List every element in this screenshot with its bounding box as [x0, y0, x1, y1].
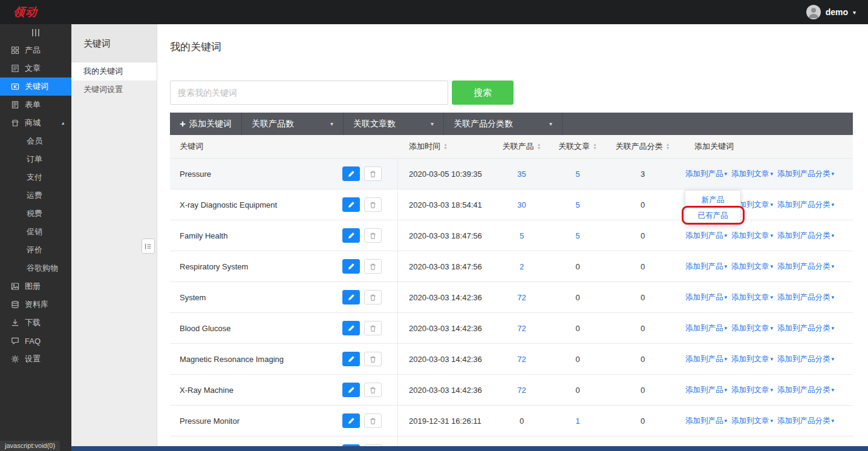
product-count-link[interactable]: 0: [490, 416, 553, 426]
add-to-article-dropdown[interactable]: 添加到文章▾: [731, 262, 773, 272]
panel-collapse-toggle[interactable]: [142, 239, 155, 254]
product-count-link[interactable]: 30: [490, 200, 553, 209]
dropdown-item-existing-product[interactable]: 已有产品: [685, 208, 740, 223]
sidebar-item-mall[interactable]: 商城 ▴: [0, 114, 71, 132]
article-count-link[interactable]: 0: [553, 293, 602, 302]
sidebar-item-reviews[interactable]: 评价: [0, 241, 71, 259]
article-count-link[interactable]: 5: [553, 170, 602, 179]
edit-button[interactable]: [342, 166, 360, 181]
search-button[interactable]: 搜索: [452, 81, 514, 105]
delete-button[interactable]: [364, 352, 382, 366]
add-to-product-dropdown[interactable]: 添加到产品▾: [685, 354, 727, 364]
delete-button[interactable]: [364, 166, 382, 181]
sidebar-item-articles[interactable]: 文章: [0, 59, 71, 77]
delete-button[interactable]: [364, 228, 382, 243]
subsidebar-item-my-keywords[interactable]: 我的关键词: [71, 62, 157, 81]
add-to-category-dropdown[interactable]: 添加到产品分类▾: [777, 416, 834, 426]
add-to-article-dropdown[interactable]: 添加到文章▾: [731, 169, 773, 179]
sidebar-item-gallery[interactable]: 图册: [0, 277, 71, 295]
sidebar-item-settings[interactable]: 设置: [0, 350, 71, 368]
add-to-product-dropdown[interactable]: 添加到产品▾: [685, 231, 727, 241]
sidebar-item-keywords[interactable]: 关键词: [0, 77, 71, 96]
product-count-link[interactable]: 72: [490, 386, 553, 395]
add-to-article-dropdown[interactable]: 添加到文章▾: [731, 292, 773, 303]
add-to-category-dropdown[interactable]: 添加到产品分类▾: [777, 169, 834, 179]
article-count-link[interactable]: 0: [553, 386, 602, 395]
add-to-product-dropdown[interactable]: 添加到产品▾: [685, 416, 727, 426]
add-to-category-dropdown[interactable]: 添加到产品分类▾: [777, 354, 834, 364]
sidebar-item-library[interactable]: 资料库: [0, 295, 71, 314]
edit-button[interactable]: [342, 383, 360, 397]
product-count-link[interactable]: 35: [490, 170, 553, 179]
add-to-article-dropdown[interactable]: 添加到文章▾: [731, 323, 773, 334]
article-count-link[interactable]: 5: [553, 231, 602, 240]
add-to-category-dropdown[interactable]: 添加到产品分类▾: [777, 262, 834, 272]
article-count-link[interactable]: 0: [553, 355, 602, 364]
edit-button[interactable]: [342, 321, 360, 335]
add-keyword-button[interactable]: + 添加关键词: [170, 113, 242, 135]
add-to-product-dropdown[interactable]: 添加到产品▾: [685, 262, 727, 272]
add-to-product-dropdown[interactable]: 添加到产品▾: [685, 292, 727, 303]
column-header-articles[interactable]: 关联文章 ▲▼: [553, 141, 602, 152]
edit-button[interactable]: [342, 259, 360, 274]
dropdown-item-new-product[interactable]: 新产品: [685, 192, 740, 208]
add-to-product-dropdown[interactable]: 添加到产品▾: [685, 169, 727, 179]
sidebar-item-download[interactable]: 下载: [0, 314, 71, 332]
add-to-article-dropdown[interactable]: 添加到文章▾: [731, 354, 773, 364]
add-to-product-dropdown[interactable]: 添加到产品▾: [685, 385, 727, 395]
edit-button[interactable]: [342, 352, 360, 366]
sidebar-item-google-shopping[interactable]: 谷歌购物: [0, 259, 71, 277]
subsidebar-item-keyword-settings[interactable]: 关键词设置: [71, 81, 157, 99]
article-count-link[interactable]: 0: [553, 324, 602, 333]
filter-dropdown[interactable]: 关联产品数 ▾: [242, 113, 344, 135]
product-count-link[interactable]: 72: [490, 355, 553, 364]
search-input[interactable]: [170, 81, 448, 105]
sidebar-item-orders[interactable]: 订单: [0, 150, 71, 168]
sidebar-item-members[interactable]: 会员: [0, 132, 71, 150]
delete-button[interactable]: [364, 413, 382, 428]
add-to-category-dropdown[interactable]: 添加到产品分类▾: [777, 385, 834, 395]
sort-icon[interactable]: ▲▼: [443, 143, 448, 150]
column-header-categories[interactable]: 关联产品分类 ▲▼: [602, 141, 684, 152]
product-count-link[interactable]: 72: [490, 293, 553, 302]
edit-button[interactable]: [342, 290, 360, 305]
edit-button[interactable]: [342, 228, 360, 243]
product-count-link[interactable]: 5: [490, 231, 553, 240]
edit-button[interactable]: [342, 413, 360, 428]
user-menu[interactable]: demo ▾: [806, 5, 868, 19]
article-count-link[interactable]: 0: [553, 262, 602, 271]
delete-button[interactable]: [364, 197, 382, 212]
add-to-category-dropdown[interactable]: 添加到产品分类▾: [777, 200, 834, 210]
column-header-products[interactable]: 关联产品 ▲▼: [490, 141, 553, 152]
sidebar-item-promotion[interactable]: 促销: [0, 223, 71, 241]
add-to-category-dropdown[interactable]: 添加到产品分类▾: [777, 292, 834, 303]
sort-icon[interactable]: ▲▼: [593, 143, 597, 150]
filter-dropdown[interactable]: 关联产品分类数 ▾: [444, 113, 563, 135]
sidebar-collapse-icon[interactable]: [0, 24, 71, 41]
delete-button[interactable]: [364, 290, 382, 305]
sidebar-item-faq[interactable]: FAQ: [0, 332, 71, 350]
article-count-link[interactable]: 1: [553, 416, 602, 426]
sidebar-item-products[interactable]: 产品: [0, 41, 71, 59]
add-to-article-dropdown[interactable]: 添加到文章▾: [731, 385, 773, 395]
sort-icon[interactable]: ▲▼: [537, 143, 541, 150]
filter-dropdown[interactable]: 关联文章数 ▾: [344, 113, 444, 135]
product-count-link[interactable]: 2: [490, 262, 553, 271]
add-to-article-dropdown[interactable]: 添加到文章▾: [731, 416, 773, 426]
delete-button[interactable]: [364, 383, 382, 397]
add-to-category-dropdown[interactable]: 添加到产品分类▾: [777, 231, 834, 241]
sidebar-item-payment[interactable]: 支付: [0, 168, 71, 186]
article-count-link[interactable]: 5: [553, 200, 602, 209]
add-to-article-dropdown[interactable]: 添加到文章▾: [731, 231, 773, 241]
delete-button[interactable]: [364, 321, 382, 335]
add-to-category-dropdown[interactable]: 添加到产品分类▾: [777, 323, 834, 334]
delete-button[interactable]: [364, 259, 382, 274]
product-count-link[interactable]: 72: [490, 324, 553, 333]
add-to-product-dropdown[interactable]: 添加到产品▾: [685, 323, 727, 334]
sidebar-item-tax[interactable]: 税费: [0, 205, 71, 223]
edit-button[interactable]: [342, 197, 360, 212]
sidebar-item-shipping[interactable]: 运费: [0, 186, 71, 205]
column-header-time[interactable]: 添加时间 ▲▼: [398, 141, 490, 152]
sort-icon[interactable]: ▲▼: [666, 143, 670, 150]
sidebar-item-forms[interactable]: 表单: [0, 96, 71, 114]
